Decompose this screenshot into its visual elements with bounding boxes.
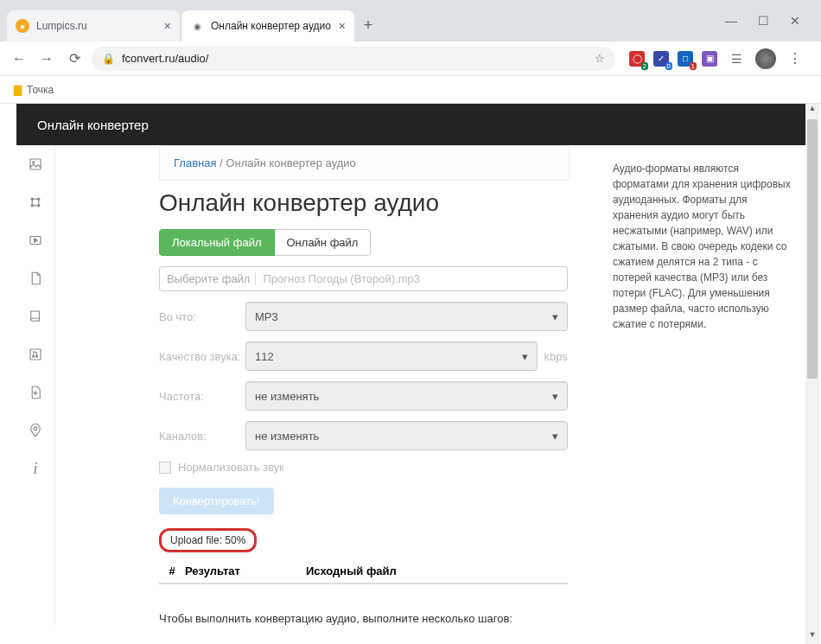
freq-select[interactable]: не изменять [245,381,568,411]
extension-icon-4[interactable]: ▣ [702,51,717,67]
location-icon[interactable] [27,422,44,439]
svg-point-1 [33,162,35,163]
tab-fconvert[interactable]: ◉ Онлайн конвертер аудио × [181,10,354,41]
svg-point-6 [38,205,40,207]
upload-progress: Upload file: 50% [159,528,257,552]
channels-label: Каналов: [159,430,245,443]
lock-icon: 🔒 [102,53,115,65]
vertical-scrollbar[interactable]: ▲ ▼ [805,104,819,644]
close-icon[interactable]: × [164,19,171,33]
download-icon[interactable] [27,384,44,401]
reload-button[interactable]: ⟳ [64,50,85,67]
info-sidebar: Аудио-форматы являются форматами для хра… [602,145,805,625]
svg-point-4 [38,198,40,200]
scroll-up-icon[interactable]: ▲ [805,104,819,118]
maximize-button[interactable]: ☐ [758,14,769,28]
convert-button[interactable]: Конвертировать! [159,488,274,514]
browser-titlebar: ● Lumpics.ru × ◉ Онлайн конвертер аудио … [0,0,821,41]
scroll-down-icon[interactable]: ▼ [805,630,819,644]
col-source: Исходный файл [306,564,568,577]
choose-file-button[interactable]: Выберите файл [167,272,256,285]
extensions: ◯2 ✓0 □1 ▣ ☰ ⋮ [622,48,812,69]
breadcrumb: Главная / Онлайн конвертер аудио [159,145,570,181]
svg-point-11 [34,427,37,430]
side-nav: i [16,145,55,625]
format-label: Во что: [159,310,245,323]
address-bar[interactable]: 🔒 fconvert.ru/audio/ ☆ [92,47,615,71]
site-title[interactable]: Онлайн конвертер [37,118,149,132]
svg-point-5 [31,205,33,207]
site-header: Онлайн конвертер [16,104,805,145]
svg-rect-8 [30,349,41,360]
file-picker[interactable]: Выберите файл Прогноз Погоды (Второй).mp… [159,266,568,291]
tab-title: Онлайн конвертер аудио [211,20,331,32]
svg-rect-0 [30,159,41,169]
new-tab-button[interactable]: + [356,16,380,41]
page-viewport: Онлайн конвертер i Главная / Онлайн конв… [0,104,821,644]
normalize-label: Нормализовать звук [178,461,284,474]
minimize-button[interactable]: — [725,14,737,28]
tab-lumpics[interactable]: ● Lumpics.ru × [7,10,180,41]
breadcrumb-home[interactable]: Главная [174,156,216,169]
bookmark-star-icon[interactable]: ☆ [595,52,605,65]
close-icon[interactable]: × [339,19,346,33]
video-icon[interactable] [27,232,44,249]
audio-icon[interactable] [27,346,44,363]
col-result: Результат [185,564,306,577]
resize-icon[interactable] [27,194,44,211]
page-title: Онлайн конвертер аудио [159,189,602,217]
forward-button[interactable]: → [36,51,57,67]
book-icon[interactable] [27,308,44,325]
bookmark-item[interactable]: Точка [27,84,54,96]
bookmarks-bar: ▇ Точка [0,76,821,104]
menu-icon[interactable]: ⋮ [785,50,805,67]
normalize-checkbox[interactable]: Нормализовать звук [159,461,602,474]
info-text: Аудио-форматы являются форматами для хра… [613,161,795,332]
quality-select[interactable]: 112 [245,341,538,371]
tab-title: Lumpics.ru [36,20,87,32]
window-controls: — ☐ ✕ [725,14,814,41]
format-select[interactable]: MP3 [245,302,568,331]
quality-unit: kbps [544,350,568,363]
main-content: Главная / Онлайн конвертер аудио Онлайн … [55,145,602,625]
breadcrumb-current: Онлайн конвертер аудио [226,156,355,169]
channels-select[interactable]: не изменять [245,421,568,450]
document-icon[interactable] [27,270,44,287]
profile-avatar[interactable] [755,48,776,69]
file-name: Прогноз Погоды (Второй).mp3 [256,272,419,285]
close-button[interactable]: ✕ [790,14,800,28]
back-button[interactable]: ← [9,51,29,67]
quality-label: Качество звука: [159,350,245,363]
browser-toolbar: ← → ⟳ 🔒 fconvert.ru/audio/ ☆ ◯2 ✓0 □1 ▣ … [0,41,821,76]
reading-list-icon[interactable]: ☰ [726,52,747,66]
folder-icon: ▇ [14,84,22,96]
freq-label: Частота: [159,390,245,403]
extension-icon-2[interactable]: ✓0 [653,51,669,67]
info-icon[interactable]: i [27,460,44,477]
tab-local-file[interactable]: Локальный файл [159,229,275,256]
favicon-fconvert: ◉ [190,19,204,33]
url-text: fconvert.ru/audio/ [122,52,208,65]
scroll-thumb[interactable] [807,119,818,379]
instructions-text: Чтобы выполнить конвертацию аудио, выпол… [159,612,602,625]
extension-icon-3[interactable]: □1 [678,51,693,67]
col-number: # [159,564,185,577]
favicon-lumpics: ● [16,19,29,33]
source-tabs: Локальный файл Онлайн файл [159,229,602,256]
svg-point-3 [31,198,33,200]
checkbox-icon [159,462,171,474]
extension-icon-1[interactable]: ◯2 [629,51,645,67]
image-icon[interactable] [27,156,44,173]
tab-online-file[interactable]: Онлайн файл [275,229,372,256]
results-table-header: # Результат Исходный файл [159,559,568,584]
